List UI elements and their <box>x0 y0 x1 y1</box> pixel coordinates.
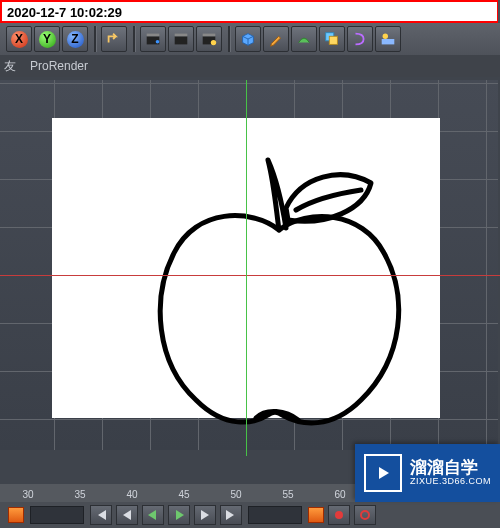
clapper-icon <box>144 30 162 48</box>
nurbs-button[interactable] <box>291 26 317 52</box>
play-back-button[interactable] <box>142 505 164 525</box>
pen-icon <box>267 30 285 48</box>
render-view-button[interactable] <box>140 26 166 52</box>
watermark-play-icon <box>364 454 402 492</box>
cube-primitive-button[interactable] <box>235 26 261 52</box>
timestamp-text: 2020-12-7 10:02:29 <box>7 5 122 20</box>
watermark-sub: ZIXUE.3D66.COM <box>410 477 491 487</box>
clapper-icon <box>172 30 190 48</box>
array-button[interactable] <box>319 26 345 52</box>
key-icon <box>359 509 371 521</box>
axis-y-label: Y <box>43 32 51 46</box>
playback-bar <box>0 502 500 528</box>
tick-label: 55 <box>282 489 293 500</box>
prev-icon <box>121 510 133 520</box>
svg-rect-1 <box>147 34 160 37</box>
render-region-button[interactable] <box>168 26 194 52</box>
axis-z-label: Z <box>71 32 78 46</box>
tick-label: 60 <box>334 489 345 500</box>
main-toolbar: X Y Z <box>0 23 500 55</box>
toolbar-separator <box>228 26 231 52</box>
floor-sky-icon <box>379 30 397 48</box>
svg-point-12 <box>335 511 343 519</box>
skip-end-icon <box>225 510 237 520</box>
bend-icon <box>351 30 369 48</box>
svg-rect-4 <box>175 34 188 37</box>
cube-icon <box>239 30 257 48</box>
next-key-button[interactable] <box>194 505 216 525</box>
current-frame-marker[interactable] <box>8 507 24 523</box>
undo-parent-button[interactable] <box>101 26 127 52</box>
record-icon <box>333 509 345 521</box>
skip-start-icon <box>95 510 107 520</box>
go-end-button[interactable] <box>220 505 242 525</box>
stack-icon <box>323 30 341 48</box>
autokey-button[interactable] <box>354 505 376 525</box>
axis-x-line <box>0 275 500 276</box>
deformer-button[interactable] <box>347 26 373 52</box>
go-start-button[interactable] <box>90 505 112 525</box>
watermark-badge: 溜溜自学 ZIXUE.3D66.COM <box>355 444 500 502</box>
svg-point-7 <box>211 40 216 45</box>
axis-z-button[interactable]: Z <box>62 26 88 52</box>
prev-key-button[interactable] <box>116 505 138 525</box>
axis-y-line <box>246 80 247 456</box>
svg-rect-10 <box>382 39 395 44</box>
tick-label: 30 <box>22 489 33 500</box>
svg-point-11 <box>383 34 388 39</box>
tick-label: 45 <box>178 489 189 500</box>
tab-prorender[interactable]: ProRender <box>30 59 88 73</box>
tick-label: 40 <box>126 489 137 500</box>
svg-rect-9 <box>329 36 337 44</box>
render-settings-button[interactable] <box>196 26 222 52</box>
viewport-front[interactable] <box>0 80 498 450</box>
environment-button[interactable] <box>375 26 401 52</box>
play-fwd-button[interactable] <box>168 505 190 525</box>
tab-standard[interactable]: 友 <box>4 58 16 75</box>
pen-tool-button[interactable] <box>263 26 289 52</box>
clapper-gear-icon <box>200 30 218 48</box>
svg-rect-3 <box>175 36 188 44</box>
axis-x-label: X <box>15 32 23 46</box>
record-button[interactable] <box>328 505 350 525</box>
svg-point-13 <box>361 511 369 519</box>
svg-point-2 <box>156 40 160 44</box>
tick-label: 50 <box>230 489 241 500</box>
render-tabs: 友 ProRender <box>0 55 500 77</box>
watermark-title: 溜溜自学 <box>410 459 478 478</box>
next-icon <box>199 510 211 520</box>
frame-field[interactable] <box>30 506 84 524</box>
play-rev-icon <box>147 510 159 520</box>
viewport-container <box>0 77 500 484</box>
axis-x-button[interactable]: X <box>6 26 32 52</box>
play-icon <box>173 510 185 520</box>
tick-label: 35 <box>74 489 85 500</box>
svg-rect-6 <box>203 34 216 37</box>
end-frame-marker[interactable] <box>308 507 324 523</box>
toolbar-separator <box>133 26 136 52</box>
axis-y-button[interactable]: Y <box>34 26 60 52</box>
arrow-up-icon <box>105 30 123 48</box>
end-frame-field[interactable] <box>248 506 302 524</box>
timestamp-overlay: 2020-12-7 10:02:29 <box>0 0 498 23</box>
curved-surface-icon <box>295 30 313 48</box>
toolbar-separator <box>94 26 97 52</box>
apple-outline-icon <box>126 148 436 438</box>
